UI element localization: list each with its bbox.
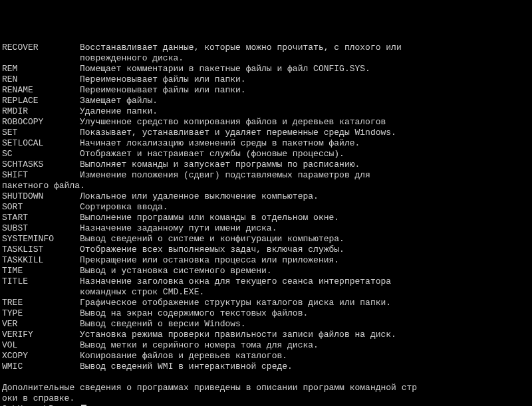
help-entry: SCHTASKS Выполняет команды и запускает п… — [2, 159, 530, 170]
help-entry: TITLE Назначение заголовка окна для теку… — [2, 276, 530, 287]
help-entry-cont: поврежденного диска. — [2, 53, 530, 64]
help-entry: TASKKILL Прекращение или остановка проце… — [2, 255, 530, 266]
help-entry: SETLOCAL Начинает локализацию изменений … — [2, 138, 530, 149]
help-entry: SORT Сортировка ввода. — [2, 202, 530, 213]
help-entry: REPLACE Замещает файлы. — [2, 96, 530, 106]
help-entry: ROBOCOPY Улучшенное средство копирования… — [2, 117, 530, 128]
help-entry: VOL Вывод метки и серийного номера тома … — [2, 340, 530, 351]
help-entry-cont: пакетного файла. — [2, 181, 530, 191]
help-entry: START Выполнение программы или команды в… — [2, 213, 530, 223]
help-entry: SC Отображает и настраивает службы (фоно… — [2, 149, 530, 159]
help-entry: SHUTDOWN Локальное или удаленное выключе… — [2, 191, 530, 202]
help-entry: RENAME Переименовывает файлы или папки. — [2, 85, 530, 96]
help-entry: VER Вывод сведений о версии Windows. — [2, 319, 530, 330]
help-entry-cont: командных строк CMD.EXE. — [2, 287, 530, 298]
footer-text: Дополнительные сведения о программах при… — [2, 372, 530, 404]
help-entry: SYSTEMINFO Вывод сведений о системе и ко… — [2, 234, 530, 245]
help-entry: WMIC Вывод сведений WMI в интерактивной … — [2, 361, 530, 372]
help-entry: TASKLIST Отображение всех выполняемых за… — [2, 245, 530, 255]
help-entry: TIME Вывод и установка системного времен… — [2, 266, 530, 276]
help-entry: TREE Графическое отображение структуры к… — [2, 298, 530, 308]
help-entry: REN Переименовывает файлы или папки. — [2, 74, 530, 85]
help-entry: SET Показывает, устанавливает и удаляет … — [2, 128, 530, 138]
help-entry: RECOVER Восстанавливает данные, которые … — [2, 43, 530, 53]
help-entry: TYPE Вывод на экран содержимого текстовы… — [2, 308, 530, 319]
help-entry: VERIFY Установка режима проверки правиль… — [2, 330, 530, 340]
help-entry: SUBST Назначение заданному пути имени ди… — [2, 223, 530, 234]
help-entry: REM Помещает комментарии в пакетные файл… — [2, 64, 530, 74]
help-entry: XCOPY Копирование файлов и деревьев ката… — [2, 351, 530, 361]
help-output: RECOVER Восстанавливает данные, которые … — [2, 43, 530, 372]
help-entry: SHIFT Изменение положения (сдвиг) подста… — [2, 170, 530, 181]
help-entry: RMDIR Удаление папки. — [2, 106, 530, 117]
